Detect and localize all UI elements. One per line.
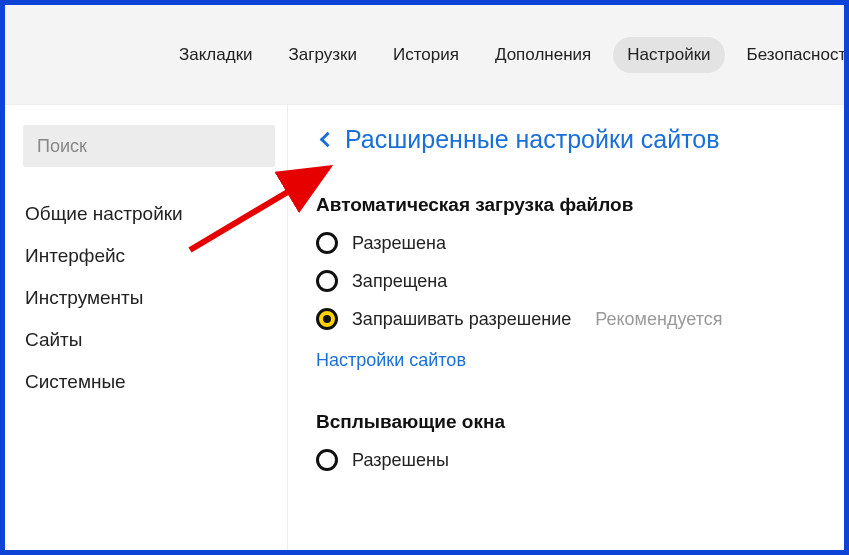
radio-icon — [316, 232, 338, 254]
radio-option-forbidden[interactable]: Запрещена — [316, 270, 844, 292]
sidebar-item-interface[interactable]: Интерфейс — [23, 235, 269, 277]
tab-downloads[interactable]: Загрузки — [275, 37, 371, 73]
site-settings-link[interactable]: Настройки сайтов — [316, 350, 466, 371]
top-navigation: Закладки Загрузки История Дополнения Нас… — [5, 5, 844, 105]
section-title-auto-download: Автоматическая загрузка файлов — [316, 194, 844, 216]
sidebar-item-tools[interactable]: Инструменты — [23, 277, 269, 319]
section-title-popups: Всплывающие окна — [316, 411, 844, 433]
radio-option-allowed[interactable]: Разрешена — [316, 232, 844, 254]
sidebar-item-sites[interactable]: Сайты — [23, 319, 269, 361]
radio-label: Разрешены — [352, 450, 449, 471]
radio-option-ask[interactable]: Запрашивать разрешение Рекомендуется — [316, 308, 844, 330]
hint-text: Рекомендуется — [595, 309, 722, 330]
page-title: Расширенные настройки сайтов — [345, 125, 720, 154]
radio-icon-selected — [316, 308, 338, 330]
tab-settings[interactable]: Настройки — [613, 37, 724, 73]
radio-label: Запрещена — [352, 271, 447, 292]
chevron-left-icon — [320, 132, 336, 148]
tab-bookmarks[interactable]: Закладки — [165, 37, 267, 73]
radio-label: Разрешена — [352, 233, 446, 254]
sidebar-item-general[interactable]: Общие настройки — [23, 193, 269, 235]
search-input[interactable] — [23, 125, 275, 167]
sidebar: Общие настройки Интерфейс Инструменты Са… — [5, 105, 287, 550]
tab-extensions[interactable]: Дополнения — [481, 37, 605, 73]
back-link[interactable]: Расширенные настройки сайтов — [316, 125, 844, 154]
tab-security[interactable]: Безопасность — [733, 37, 849, 73]
radio-icon — [316, 449, 338, 471]
sidebar-item-system[interactable]: Системные — [23, 361, 269, 403]
radio-option-popups-allowed[interactable]: Разрешены — [316, 449, 844, 471]
radio-label: Запрашивать разрешение — [352, 309, 571, 330]
main-content: Расширенные настройки сайтов Автоматичес… — [287, 105, 844, 550]
tab-history[interactable]: История — [379, 37, 473, 73]
radio-icon — [316, 270, 338, 292]
